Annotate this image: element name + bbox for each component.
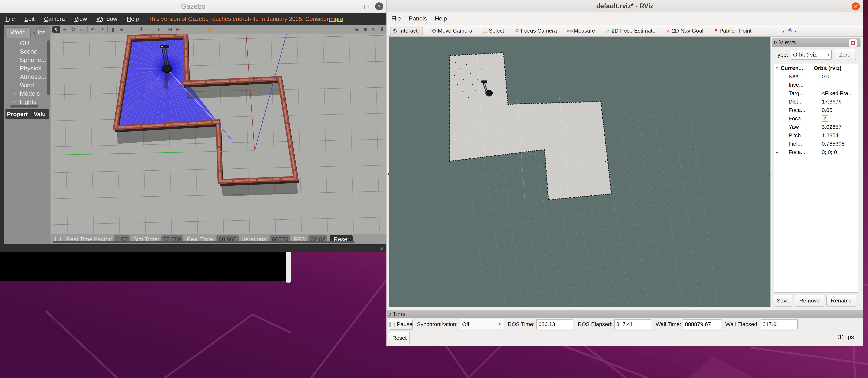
menu-edit[interactable]: Edit (25, 15, 35, 22)
save-log-icon[interactable]: ⇓ (378, 26, 386, 33)
tree-item-spherical[interactable]: Spheric... (4, 56, 51, 64)
rviz-titlebar[interactable]: default.rviz* - RViz – ▢ ✕ (386, 0, 863, 12)
tree-item-lights[interactable]: ‣ Lights (4, 98, 51, 106)
insert-building-icon[interactable]: ▮ (206, 26, 214, 33)
directional-light-icon[interactable]: ∗ (154, 26, 162, 33)
view-row-target-frame[interactable]: Targ... <Fixed Fra... (774, 89, 858, 97)
tool-2d-pose-estimate[interactable]: 2D Pose Estimate (605, 28, 655, 34)
maximize-button[interactable]: ▢ (839, 2, 847, 10)
rotate-icon[interactable]: ↻ (69, 26, 77, 33)
paste-icon[interactable]: ⊟ (174, 26, 182, 33)
view-row-focal-point[interactable]: ▸ Foca... 0; 0; 0 (774, 148, 858, 156)
align-icon[interactable]: ⊥ (186, 26, 194, 33)
menu-panels[interactable]: Panels (409, 15, 427, 22)
views-panel-header[interactable]: ⊳ Views ✕ (772, 38, 861, 47)
remove-tool-button[interactable]: − (777, 27, 780, 33)
menu-file[interactable]: File (391, 15, 401, 22)
view-row-distance[interactable]: Dist... 17.3696 (774, 97, 858, 106)
redo-icon[interactable]: ↷ (97, 26, 105, 33)
expand-icon[interactable]: ‣ (13, 89, 16, 98)
ros-time-field[interactable]: 636.13 (536, 319, 574, 329)
tool-2d-nav-goal[interactable]: 2D Nav Goal (665, 28, 703, 34)
tree-horizontal-scrollbar[interactable] (10, 105, 38, 107)
eol-warning-link[interactable]: migra (329, 15, 343, 22)
menu-camera[interactable]: Camera (44, 15, 65, 22)
tab-insert[interactable]: Ins (35, 27, 48, 38)
tool-select[interactable]: Select (483, 28, 504, 34)
minimize-button[interactable]: – (349, 2, 358, 10)
tab-scroll-left-icon[interactable]: ◂ (31, 27, 35, 38)
tree-item-gui[interactable]: GUI (4, 39, 51, 47)
minimize-button[interactable]: – (826, 2, 834, 10)
viewport-horizontal-scrollbar[interactable] (53, 242, 354, 243)
views-splitter-arrow[interactable]: ▸ (769, 171, 771, 176)
pause-button[interactable]: Pause (389, 319, 412, 329)
close-button[interactable]: ✕ (852, 2, 860, 10)
menu-help[interactable]: Help (127, 15, 139, 22)
menu-file[interactable]: File (5, 15, 15, 22)
tool-focus-camera[interactable]: Focus Camera (514, 28, 557, 34)
plot-icon[interactable]: ∿ (370, 26, 378, 33)
cylinder-icon[interactable]: ▯ (126, 26, 134, 33)
gazebo-3d-viewport[interactable] (51, 34, 386, 234)
add-tool-button[interactable]: + (773, 27, 775, 33)
view-type-dropdown[interactable]: Orbit (rviz ▼ (790, 50, 832, 60)
undo-icon[interactable]: ↶ (89, 26, 97, 33)
tree-vertical-scrollbar[interactable] (47, 40, 50, 95)
view-row-pitch[interactable]: Pitch 1.2854 (774, 131, 858, 139)
sphere-icon[interactable]: ● (118, 26, 125, 33)
tree-item-models[interactable]: ‣ Models (4, 89, 51, 98)
chevron-down-icon[interactable]: ▼ (794, 30, 797, 33)
log-icon[interactable]: ≡ (361, 26, 369, 33)
terminal-window[interactable] (0, 252, 286, 281)
left-splitter-arrow[interactable]: ◂ (387, 171, 389, 176)
remove-button[interactable]: Remove (795, 295, 824, 307)
zero-button[interactable]: Zero (834, 49, 856, 60)
synchronization-dropdown[interactable]: Off ▼ (460, 319, 503, 329)
tool-visibility-eye-icon[interactable]: ◉ (788, 27, 792, 33)
checkbox-checked[interactable]: ✓ (822, 116, 828, 122)
view-row-field-of-view[interactable]: Fiel... 0.785398 (774, 139, 858, 148)
box-icon[interactable]: ▮ (109, 26, 117, 33)
tool-publish-point[interactable]: Publish Point (714, 28, 751, 34)
snap-icon[interactable]: ∩ (194, 26, 202, 33)
menu-view[interactable]: View (74, 15, 87, 22)
rviz-reset-button[interactable]: Reset (389, 332, 410, 344)
wall-elapsed-field[interactable]: 317.61 (761, 319, 798, 329)
view-row-focal-shape-size[interactable]: Foca... 0.05 (774, 106, 858, 114)
tree-item-physics[interactable]: Physics (4, 64, 51, 72)
view-row-invert-z[interactable]: Inve... (774, 81, 858, 89)
select-arrow-icon[interactable] (52, 26, 60, 33)
menu-window[interactable]: Window (96, 15, 117, 22)
spot-light-icon[interactable]: ☼ (146, 26, 154, 33)
ros-elapsed-field[interactable]: 317.41 (614, 319, 651, 329)
panel-float-icon[interactable]: ⊳ (774, 40, 777, 45)
wall-time-field[interactable]: 888879.67 (683, 319, 721, 329)
rviz-3d-viewport[interactable] (389, 37, 771, 307)
maximize-button[interactable]: ▢ (362, 2, 370, 10)
resize-grip[interactable]: ◢ (380, 246, 384, 250)
translate-icon[interactable]: + (61, 26, 69, 33)
tree-item-scene[interactable]: Scene (4, 47, 51, 56)
tab-world[interactable]: World (5, 27, 31, 38)
close-button[interactable]: ✕ (375, 2, 383, 10)
tool-move-camera[interactable]: Move Camera (431, 28, 472, 34)
checkbox-unchecked[interactable] (822, 82, 828, 88)
chevron-down-icon[interactable]: ▼ (782, 30, 785, 33)
tree-item-atmosphere[interactable]: Atmosp... (4, 72, 51, 81)
views-close-button[interactable]: ✕ (849, 39, 857, 47)
menu-help[interactable]: Help (435, 15, 447, 22)
point-light-icon[interactable]: ☀ (137, 26, 146, 33)
view-row-yaw[interactable]: Yaw 3.02857 (774, 123, 858, 131)
tool-interact[interactable]: Interact (390, 26, 423, 36)
expand-icon[interactable]: ‣ (13, 98, 16, 106)
scale-icon[interactable]: ▱ (78, 26, 86, 33)
tree-item-wind[interactable]: Wind (4, 81, 51, 89)
gazebo-titlebar[interactable]: Gazebo – ▢ ✕ (0, 0, 386, 13)
save-button[interactable]: Save (774, 295, 793, 307)
copy-icon[interactable]: ⊞ (166, 26, 174, 33)
view-row-current[interactable]: ▾ Curren... Orbit (rviz) (774, 64, 858, 72)
view-row-focal-shape-fixed[interactable]: Foca... ✓ (774, 114, 858, 123)
terminal-scrollbar[interactable] (286, 252, 291, 283)
screenshot-icon[interactable]: ▣ (353, 26, 361, 33)
